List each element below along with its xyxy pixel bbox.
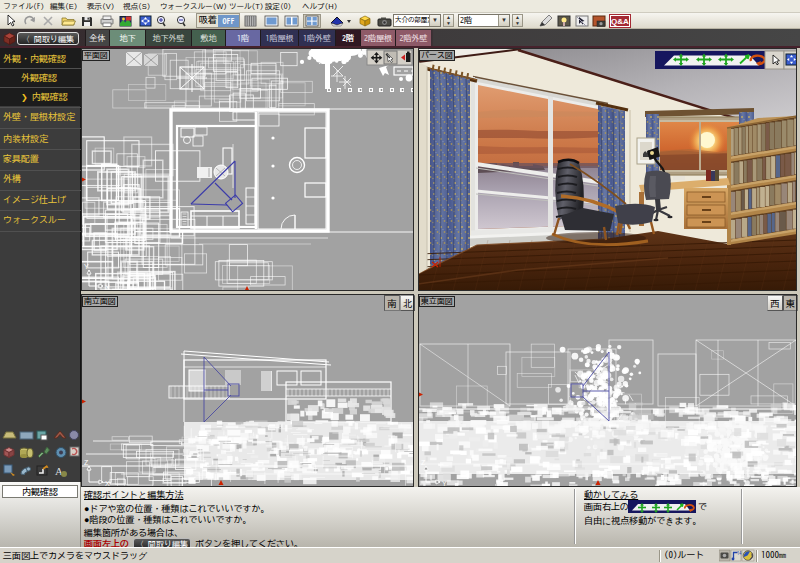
svg-text:14: 14 bbox=[737, 551, 742, 556]
svg-text:Z: Z bbox=[84, 459, 89, 466]
svg-text:X: X bbox=[105, 284, 110, 291]
svg-text:X: X bbox=[105, 480, 110, 487]
svg-text:Y: Y bbox=[84, 263, 89, 270]
svg-text:Y: Y bbox=[442, 480, 447, 487]
svg-text:Z: Z bbox=[421, 459, 426, 466]
